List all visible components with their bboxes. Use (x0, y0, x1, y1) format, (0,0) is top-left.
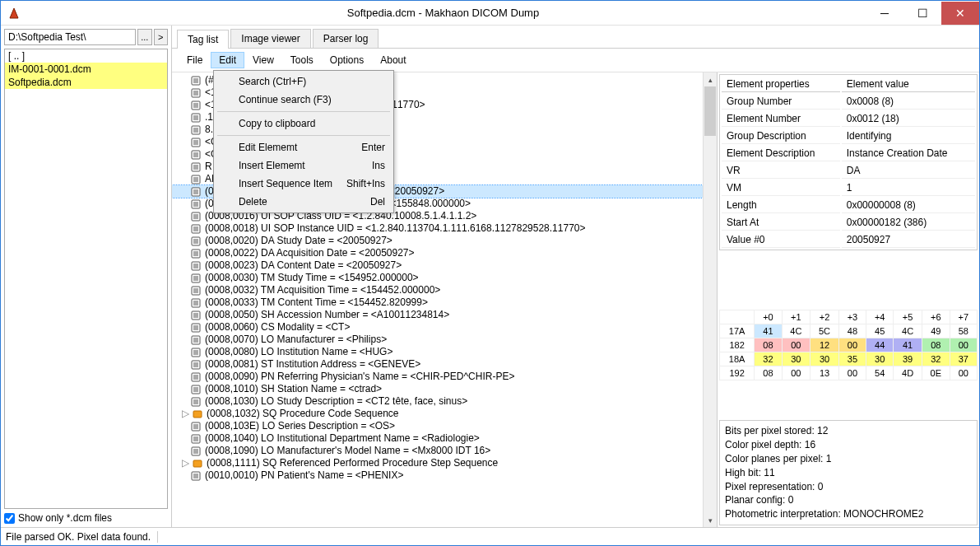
path-browse-button[interactable]: ... (137, 29, 152, 45)
tag-row[interactable]: (0008,0090) PN Referring Physician's Nam… (172, 371, 703, 383)
window-title: Softpedia.dcm - Makhaon DICOM Dump (21, 7, 866, 19)
scroll-down-icon[interactable]: ▾ (704, 513, 717, 527)
hex-row: 17A414C5C48454C4958 (720, 324, 978, 338)
info-line: High bit: 11 (725, 466, 972, 480)
element-icon (190, 236, 202, 246)
statusbar: File parsed OK. Pixel data found. (1, 527, 979, 545)
props-key: Group Description (722, 128, 840, 144)
hex-row: 19208001300544D0E00 (720, 366, 978, 380)
menu-item-edit-elememt[interactable]: Edit ElememtEnter (216, 138, 392, 156)
tag-row[interactable]: (0008,1010) SH Station Name = <ctrad> (172, 383, 703, 395)
tag-text: (0008,0033) TM Content Time = <154452.82… (205, 296, 428, 309)
tag-text: (0008,1040) LO Institutional Department … (205, 432, 480, 445)
svg-rect-108 (193, 411, 202, 418)
menu-item-search-ctrl-f-[interactable]: Search (Ctrl+F) (216, 72, 392, 91)
window-controls: ─ ☐ ✕ (866, 2, 979, 25)
element-icon (190, 138, 202, 147)
tag-row[interactable]: (0008,0030) TM Study Time = <154952.0000… (172, 272, 703, 284)
hex-col (720, 310, 755, 324)
tag-text: (0008,0022) DA Acquisition Date = <20050… (205, 247, 415, 259)
tag-text: (0008,0070) LO Manufacturer = <Philips> (205, 334, 387, 346)
filter-checkbox[interactable] (4, 513, 15, 524)
sequence-icon (192, 459, 203, 469)
tag-text: (0008,1032) SQ Procedure Code Sequence (207, 408, 399, 420)
hex-cell: 49 (922, 324, 950, 338)
tag-row[interactable]: (0008,0023) DA Content Date = <20050927> (172, 259, 703, 272)
tag-row[interactable]: (0008,0060) CS Modality = <CT> (172, 321, 703, 334)
tag-row[interactable]: (0008,0032) TM Acquisition Time = <15445… (172, 284, 703, 296)
props-value: 0x0012 (18) (842, 111, 975, 127)
file-item[interactable]: IM-0001-0001.dcm (5, 63, 167, 76)
minimize-button[interactable]: ─ (866, 2, 903, 25)
menu-view[interactable]: View (244, 52, 282, 68)
element-icon (190, 125, 202, 135)
file-item[interactable]: Softpedia.dcm (5, 76, 167, 89)
app-icon (7, 7, 21, 20)
hex-cell: 00 (782, 366, 810, 380)
tree-expand-icon[interactable]: ▷ (182, 408, 192, 420)
tag-row[interactable]: (0008,0033) TM Content Time = <154452.82… (172, 296, 703, 309)
menu-item-insert-sequence-item[interactable]: Insert Sequence ItemShift+Ins (216, 175, 392, 193)
element-icon (190, 261, 202, 271)
hex-cell: 54 (866, 366, 894, 380)
element-icon (190, 434, 202, 444)
file-list[interactable]: [ .. ]IM-0001-0001.dcmSoftpedia.dcm (4, 49, 168, 509)
menu-item-copy-to-clipboard[interactable]: Copy to clipboard (216, 114, 392, 133)
menu-item-delete[interactable]: DeleteDel (216, 193, 392, 211)
tab-tag-list[interactable]: Tag list (177, 30, 229, 49)
hex-cell: 41 (755, 324, 782, 338)
hex-addr: 182 (720, 338, 755, 352)
tag-row[interactable]: ▷(0008,1032) SQ Procedure Code Sequence (172, 408, 703, 420)
menu-about[interactable]: About (372, 52, 414, 68)
scroll-thumb[interactable] (704, 86, 716, 136)
tag-row[interactable]: (0008,0081) ST Institution Address = <GE… (172, 358, 703, 371)
hex-col: +2 (810, 310, 839, 324)
tag-row[interactable]: (0008,1030) LO Study Description = <CT2 … (172, 395, 703, 408)
tag-row[interactable]: (0008,0050) SH Accession Number = <A1001… (172, 309, 703, 321)
menu-options[interactable]: Options (322, 52, 372, 68)
tab-parser-log[interactable]: Parser log (313, 29, 379, 48)
tag-row[interactable]: (0008,0070) LO Manufacturer = <Philips> (172, 334, 703, 346)
hex-cell: 00 (950, 366, 977, 380)
tag-row[interactable]: (0008,0080) LO Institution Name = <HUG> (172, 346, 703, 358)
tag-row[interactable]: (0008,1090) LO Manufacturer's Model Name… (172, 445, 703, 457)
menu-item-continue-search-f-[interactable]: Continue search (F3) (216, 91, 392, 109)
hex-col: +4 (866, 310, 894, 324)
tree-expand-icon[interactable]: ▷ (182, 457, 192, 469)
tag-text: (0008,1090) LO Manufacturer's Model Name… (205, 445, 490, 457)
tag-row[interactable]: (0010,0010) PN Patient's Name = <PHENIX> (172, 469, 703, 482)
close-button[interactable]: ✕ (941, 2, 979, 25)
path-input[interactable] (4, 29, 136, 45)
tag-text: (0008,0080) LO Institution Name = <HUG> (205, 346, 392, 358)
menu-tools[interactable]: Tools (282, 52, 322, 68)
menu-edit[interactable]: Edit (211, 52, 244, 68)
scroll-up-icon[interactable]: ▴ (704, 72, 717, 86)
path-go-button[interactable]: > (154, 29, 169, 45)
maximize-button[interactable]: ☐ (903, 2, 941, 25)
tag-row[interactable]: (0008,103E) LO Series Description = <OS> (172, 420, 703, 432)
path-row: ... > (4, 29, 168, 45)
element-icon (190, 323, 202, 333)
menu-file[interactable]: File (179, 52, 211, 68)
hex-col: +0 (755, 310, 782, 324)
tag-row[interactable]: ▷(0008,1111) SQ Referenced Performed Pro… (172, 457, 703, 469)
hex-cell: 08 (755, 338, 782, 352)
menu-item-insert-elememt[interactable]: Insert ElememtIns (216, 156, 392, 175)
element-icon (190, 224, 202, 234)
hex-col: +6 (922, 310, 950, 324)
props-key: Start At (722, 215, 840, 231)
tag-text: (0008,0060) CS Modality = <CT> (205, 321, 350, 334)
tag-row[interactable]: (0008,1040) LO Institutional Department … (172, 432, 703, 445)
tag-row[interactable]: (0008,0018) UI SOP Instance UID = <1.2.8… (172, 222, 703, 235)
tag-row[interactable]: (0008,0020) DA Study Date = <20050927> (172, 235, 703, 247)
tag-row[interactable]: (0008,0022) DA Acquisition Date = <20050… (172, 247, 703, 259)
element-icon (190, 335, 202, 345)
hex-table: +0+1+2+3+4+5+6+717A414C5C48454C495818208… (719, 310, 978, 380)
tab-image-viewer[interactable]: Image viewer (230, 29, 310, 48)
info-line: Pixel representation: 0 (725, 480, 972, 494)
menu-separator (217, 111, 390, 112)
file-item[interactable]: [ .. ] (5, 49, 167, 63)
image-info-box: Bits per pixel stored: 12Color pixel dep… (719, 420, 978, 525)
element-icon (190, 397, 202, 407)
tag-scrollbar[interactable]: ▴ ▾ (703, 72, 717, 527)
